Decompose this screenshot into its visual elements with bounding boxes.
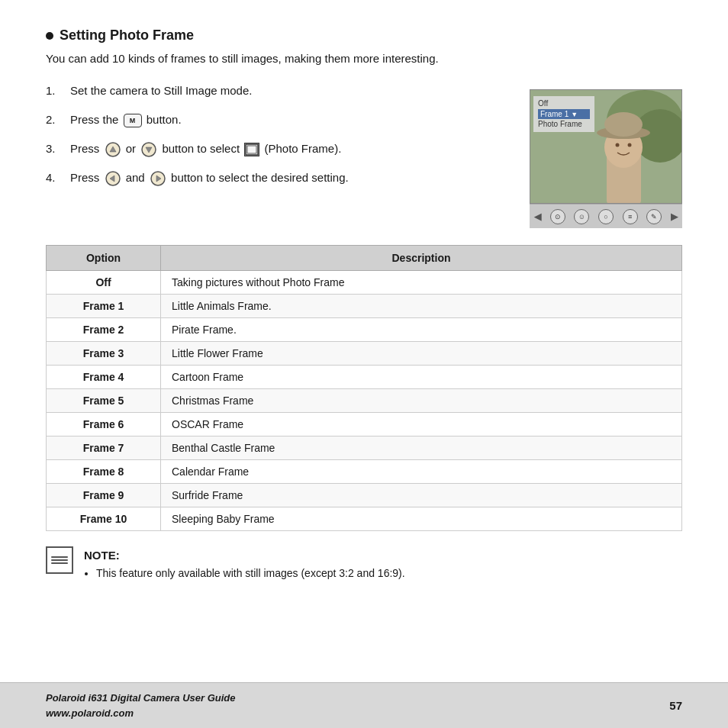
overlay-frame: Frame 1 ▼ <box>538 109 590 119</box>
left-button-icon <box>105 170 121 187</box>
col-option-header: Option <box>47 246 161 271</box>
bullet-dot <box>46 32 53 40</box>
ctrl-next: ▶ <box>671 211 678 222</box>
step-3: 3. Press or button to select <box>46 140 514 158</box>
step-1-num: 1. <box>46 82 64 100</box>
table-cell-description: Sleeping Baby Frame <box>161 507 682 531</box>
overlay-off: Off <box>538 98 590 109</box>
table-cell-description: Christmas Frame <box>161 389 682 413</box>
note-bullets: This feature only available with still i… <box>96 565 405 581</box>
table-cell-description: Little Flower Frame <box>161 342 682 366</box>
camera-preview: Off Frame 1 ▼ Photo Frame ◀ ⊙ ☺ ○ ≡ <box>530 89 682 228</box>
table-row: Frame 9Surfride Frame <box>47 484 682 507</box>
table-row: OffTaking pictures without Photo Frame <box>47 271 682 295</box>
right-button-icon <box>150 170 166 187</box>
table-cell-description: Calendar Frame <box>161 460 682 484</box>
table-row: Frame 7Benthal Castle Frame <box>47 436 682 460</box>
table-cell-option: Frame 2 <box>47 318 161 342</box>
svg-point-1 <box>111 148 114 151</box>
col-description-header: Description <box>161 246 682 271</box>
up-button-icon <box>105 141 121 158</box>
preview-controls: ◀ ⊙ ☺ ○ ≡ ✎ ▶ <box>530 204 682 228</box>
table-cell-description: Cartoon Frame <box>161 366 682 389</box>
table-cell-option: Frame 7 <box>47 436 161 460</box>
table-cell-option: Frame 10 <box>47 507 161 531</box>
table-row: Frame 3Little Flower Frame <box>47 342 682 366</box>
ctrl-icon-5: ✎ <box>646 209 662 224</box>
table-cell-description: Surfride Frame <box>161 484 682 507</box>
preview-box: Off Frame 1 ▼ Photo Frame <box>530 89 682 204</box>
page: Setting Photo Frame You can add 10 kinds… <box>0 0 728 728</box>
step-4-content: Press and button to select the desired s… <box>70 169 514 187</box>
note-section: NOTE: This feature only available with s… <box>46 546 682 581</box>
table-row: Frame 6OSCAR Frame <box>47 413 682 436</box>
ctrl-icon-1: ⊙ <box>550 209 565 224</box>
preview-overlay: Off Frame 1 ▼ Photo Frame <box>533 96 594 132</box>
intro-text: You can add 10 kinds of frames to still … <box>46 50 682 68</box>
note-line-2 <box>51 559 68 561</box>
ctrl-icon-4: ≡ <box>623 209 638 224</box>
step-3-after: (Photo Frame). <box>264 142 341 155</box>
step-4-num: 4. <box>46 169 64 187</box>
table-cell-option: Frame 5 <box>47 389 161 413</box>
down-button-icon <box>140 141 157 158</box>
step-1-content: Set the camera to Still Image mode. <box>70 82 514 100</box>
step-3-content: Press or button to select (Photo Frame). <box>70 140 514 158</box>
table-row: Frame 8Calendar Frame <box>47 460 682 484</box>
svg-point-3 <box>147 148 150 151</box>
m-button-icon: M <box>124 114 142 127</box>
note-icon <box>46 546 73 574</box>
step-2-after: button. <box>147 113 182 126</box>
step-4-after: button to select the desired setting. <box>171 171 349 184</box>
overlay-label: Photo Frame <box>538 119 590 130</box>
steps-area: 1. Set the camera to Still Image mode. 2… <box>46 82 682 228</box>
footer-line2: www.polaroid.com <box>46 706 236 721</box>
table-cell-option: Frame 1 <box>47 295 161 318</box>
note-title: NOTE: <box>84 546 405 565</box>
footer: Polaroid i631 Digital Camera User Guide … <box>0 682 728 728</box>
table-row: Frame 4Cartoon Frame <box>47 366 682 389</box>
table-row: Frame 1Little Animals Frame. <box>47 295 682 318</box>
step-1: 1. Set the camera to Still Image mode. <box>46 82 514 100</box>
ctrl-prev: ◀ <box>534 211 541 222</box>
table-container: Option Description OffTaking pictures wi… <box>46 245 682 531</box>
frame-icon <box>244 143 259 156</box>
table-row: Frame 2Pirate Frame. <box>47 318 682 342</box>
table-cell-option: Frame 6 <box>47 413 161 436</box>
table-cell-option: Frame 9 <box>47 484 161 507</box>
step-3-num: 3. <box>46 140 64 158</box>
table-cell-option: Frame 3 <box>47 342 161 366</box>
overlay-arrow: ▼ <box>571 111 578 118</box>
note-content: NOTE: This feature only available with s… <box>84 546 405 581</box>
step-2: 2. Press the M button. <box>46 111 514 129</box>
table-cell-description: OSCAR Frame <box>161 413 682 436</box>
section-title: Setting Photo Frame <box>46 27 682 43</box>
note-point-1: This feature only available with still i… <box>96 565 405 581</box>
step-2-num: 2. <box>46 111 64 129</box>
step-4: 4. Press and button to select the desire… <box>46 169 514 187</box>
svg-rect-5 <box>247 146 256 153</box>
footer-page-number: 57 <box>669 699 682 712</box>
svg-point-16 <box>628 143 632 147</box>
table-cell-option: Frame 4 <box>47 366 161 389</box>
step-3-mid1: or <box>126 142 136 155</box>
table-cell-description: Little Animals Frame. <box>161 295 682 318</box>
table-header-row: Option Description <box>47 246 682 271</box>
step-2-content: Press the M button. <box>70 111 514 129</box>
table-row: Frame 10Sleeping Baby Frame <box>47 507 682 531</box>
table-cell-option: Off <box>47 271 161 295</box>
step-3-before: Press <box>70 142 99 155</box>
table-cell-description: Pirate Frame. <box>161 318 682 342</box>
table-cell-description: Taking pictures without Photo Frame <box>161 271 682 295</box>
table-cell-description: Benthal Castle Frame <box>161 436 682 460</box>
ctrl-icon-2: ☺ <box>574 209 589 224</box>
ctrl-icon-3: ○ <box>598 209 614 224</box>
note-line-1 <box>51 556 68 558</box>
step-2-before: Press the <box>70 113 118 126</box>
note-line-3 <box>51 562 68 564</box>
step-3-mid2: button to select <box>162 142 240 155</box>
footer-left: Polaroid i631 Digital Camera User Guide … <box>46 691 236 720</box>
table-row: Frame 5Christmas Frame <box>47 389 682 413</box>
table-cell-option: Frame 8 <box>47 460 161 484</box>
step-4-before: Press <box>70 171 99 184</box>
